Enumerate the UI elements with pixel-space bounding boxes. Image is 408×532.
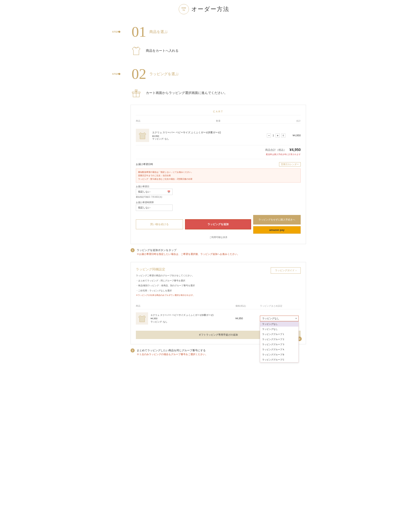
step-02-label: STEP	[112, 73, 119, 75]
delivery-date-label: お届け希望日	[136, 185, 301, 188]
delivery-label: お届け希望日時	[136, 163, 153, 166]
cart-header-total: 合計	[296, 119, 301, 123]
wrapping-item-price: ¥4,950	[235, 317, 260, 320]
wrapping-item-row: エクリュ スリーパー ベビーサイズ ふくふくガーゼ(6重ガーゼ) ¥4,950 …	[136, 309, 301, 328]
dropdown-opt-4[interactable]: ラッピンググループ３	[260, 342, 298, 347]
delivery-notice: 最短配送希望の場合は「指定しない」にてお進みください。 翌業日正午までのご注文：…	[136, 169, 301, 183]
gift-icon	[131, 87, 142, 99]
wrapping-select[interactable]: ラッピングなし ラッピングなし ラッピンググループ１ ラッピンググループ２ ラッ…	[260, 316, 299, 321]
step-02-section: STEP 02 ラッピングを選ぶ カート画面からラッピング選択画面に進んでくださ…	[102, 67, 306, 356]
step-01-label: STEP	[112, 31, 119, 33]
cart-item-price: ¥4,950	[152, 135, 264, 137]
dropdown-opt-1[interactable]: ラッピングなし	[260, 327, 298, 332]
step-02-dot	[118, 73, 120, 75]
step-02-header: STEP 02 ラッピングを選ぶ	[102, 67, 306, 81]
cart-subtotal-value: ¥4,950	[289, 148, 301, 152]
checkout-button[interactable]: ラッピングをせずに購入手続きへ	[253, 215, 301, 225]
calendar-link[interactable]: 営業日カレンダー	[279, 162, 301, 166]
dropdown-opt-3[interactable]: ラッピンググループ２	[260, 337, 298, 342]
wrapping-desc2-1: ・単品/個別ラッピング：各商品、別のグループ番号を選択	[136, 284, 195, 288]
delivery-date-value: 指定しない	[138, 190, 150, 194]
cart-subtotal-label: 商品合計（税込）	[265, 148, 286, 152]
wrapping-guide-arrow: ›	[296, 269, 297, 272]
wrapping-mockup: ラッピング同梱設定 ラッピングご希望の商品のグループ分けをしてください。 ・まと…	[131, 262, 306, 344]
cart-header-quantity: 数量	[216, 119, 221, 123]
wrapping-th-price: 価格(税込)	[235, 304, 260, 307]
add-wrapping-button[interactable]: ラッピングを追加	[185, 219, 251, 229]
delivery-notice-line1: 最短配送希望の場合は「指定しない」にてお進みください。	[138, 170, 298, 174]
annotation-1: 1 ラッピングを追加ボタンをタップ ※お届け希望日時を指定したい場合は、ご希望を…	[131, 248, 306, 256]
dropdown-opt-5[interactable]: ラッピンググループＡ	[260, 347, 298, 352]
dropdown-opt-7[interactable]: ラッピンググループＣ	[260, 357, 298, 362]
cart-item-row: エクリュ スリーパー ベビーサイズ ふくふくガーゼ(6重ガーゼ) ¥4,950 …	[136, 126, 301, 145]
step-01-icon-row: 商品をカートへ入れる	[131, 45, 306, 57]
delivery-date-earliest: 最短指定可能日: 7月16日(火)	[136, 196, 301, 198]
cart-item-image	[136, 129, 149, 142]
wrapping-title: ラッピング同梱設定	[136, 267, 195, 272]
payment-note: ご利用可能な決済	[136, 236, 301, 239]
delivery-time-label: お届け希望時間帯	[136, 201, 301, 204]
wrapping-dropdown-open: ラッピングなし ラッピングなし ラッピンググループ１ ラッピンググループ２ ラッ…	[260, 321, 299, 362]
amazon-pay-label: amazon pay	[269, 229, 284, 231]
qty-delete-button[interactable]: 🗑	[281, 133, 285, 138]
dropdown-opt-2[interactable]: ラッピンググループ１	[260, 332, 298, 337]
annotation-badge-1: 1	[131, 248, 135, 252]
cart-qty-controls: − 1 + 🗑	[267, 133, 285, 138]
continue-shopping-button[interactable]: 買い物を続ける	[136, 220, 183, 229]
wrapping-item-name: エクリュ スリーパー ベビーサイズ ふくふくガーゼ(6重ガーゼ)	[151, 313, 213, 317]
delivery-title-row: お届け希望日時 営業日カレンダー	[136, 162, 301, 166]
dropdown-opt-0[interactable]: ラッピングなし	[260, 321, 298, 327]
annotation-content-2: まとめてラッピングしたい商品を同じグループ番号にする ※１点のみラッピングの場合…	[137, 348, 208, 356]
delivery-notice-line2: 翌業日正午までのご注文：当日出荷	[138, 174, 298, 177]
delivery-time-input[interactable]: 指定しない	[136, 205, 173, 211]
qty-minus-button[interactable]: −	[267, 133, 271, 138]
wrapping-guide-label: ラッピングガイド	[275, 269, 295, 272]
cart-item-name: エクリュ スリーパー ベビーサイズ ふくふくガーゼ(6重ガーゼ)	[152, 131, 264, 134]
delivery-date-input[interactable]: 指定しない 📅	[136, 189, 173, 195]
dropdown-opt-6[interactable]: ラッピンググループＢ	[260, 352, 298, 357]
amazon-pay-button[interactable]: amazon pay	[253, 226, 301, 234]
step-01-content: 商品をカートへ入れる	[102, 45, 306, 57]
wrapping-item-details: エクリュ スリーパー ベビーサイズ ふくふくガーゼ(6重ガーゼ) ¥4,950 …	[151, 313, 213, 324]
step-01-section: STEP 01 商品を選ぶ 商品をカートへ入れる	[102, 25, 306, 57]
wrapping-right: ラッピングガイド ›	[271, 267, 301, 274]
page-header: HOW TO オーダー方法	[102, 4, 306, 14]
cart-subtotal-row: 商品合計（税込） ¥4,950	[136, 145, 301, 153]
annotation-sub-1: ※お届け希望日時を指定したい場合は、ご希望を選択後、ラッピング追加へお進みくださ…	[137, 253, 239, 256]
qty-plus-button[interactable]: +	[276, 133, 280, 138]
delivery-time-value: 指定しない	[138, 206, 150, 209]
delivery-time-group: お届け希望時間帯 指定しない	[136, 201, 301, 211]
wrapping-th-product: 商品	[136, 304, 235, 307]
step-02-title: ラッピングを選ぶ	[149, 72, 179, 76]
step-01-title: 商品を選ぶ	[149, 29, 168, 34]
wrapping-desc-red: ※ラッピングが出来る商品のみプルダウン選択が表示されます。	[136, 294, 195, 297]
page-title: オーダー方法	[191, 5, 230, 13]
annotation-sub-2: ※１点のみラッピングの場合もグループ番号をご選択ください。	[137, 353, 208, 356]
cart-mockup: CART 商品 数量 合計 エクリュ スリーパー ベビーサイズ ふくふくガーゼ(…	[131, 105, 306, 244]
cart-item-quantity: 1	[272, 134, 274, 137]
annotation-content-1: ラッピングを追加ボタンをタップ ※お届け希望日時を指定したい場合は、ご希望を選択…	[137, 248, 239, 256]
cart-title: CART	[136, 110, 301, 115]
annotation-item-1: 1 ラッピングを追加ボタンをタップ ※お届け希望日時を指定したい場合は、ご希望を…	[131, 248, 306, 256]
wrapping-left: ラッピング同梱設定 ラッピングご希望の商品のグループ分けをしてください。 ・まと…	[136, 267, 195, 300]
step-01-description: 商品をカートへ入れる	[146, 49, 178, 53]
cart-header-row: 商品 数量 合計	[136, 118, 301, 124]
step-01-dot	[118, 31, 120, 33]
wrapping-table-header: 商品 価格(税込) ラッピングまとめ設定	[136, 303, 301, 309]
wrapping-select-container[interactable]: ラッピングなし ラッピングなし ラッピンググループ１ ラッピンググループ２ ラッ…	[260, 316, 301, 321]
wrapping-item-info: エクリュ スリーパー ベビーサイズ ふくふくガーゼ(6重ガーゼ) ¥4,950 …	[136, 312, 235, 325]
step-02-description: カート画面からラッピング選択画面に進んでください。	[146, 91, 228, 95]
shirt-icon	[131, 45, 142, 57]
wrapping-desc2-2: ・ご自宅用：ラッピングなしを選択	[136, 289, 195, 293]
step-02-content: カート画面からラッピング選択画面に進んでください。 CART 商品 数量 合計 …	[102, 87, 306, 356]
wrapping-item-wrapping: ラッピング: なし	[151, 320, 213, 324]
wrapping-th-setting: ラッピングまとめ設定	[260, 304, 301, 307]
annotation-text-1: ラッピングを追加ボタンをタップ	[137, 248, 239, 253]
wrapping-dropdown-wrapper[interactable]: ラッピングなし ラッピングなし ラッピンググループ１ ラッピンググループ２ ラッ…	[260, 316, 299, 321]
annotation-badge-2: 2	[131, 348, 135, 352]
wrapping-desc2-0: ・まとめてラッピング：同じグループ番号を選択	[136, 279, 195, 283]
cart-shipping-note: 配送料は購入手続き時に計算されます	[136, 153, 301, 156]
step-02-icon-row: カート画面からラッピング選択画面に進んでください。	[131, 87, 306, 99]
wrapping-guide-button[interactable]: ラッピングガイド ›	[271, 267, 301, 274]
how-to-badge: HOW TO	[179, 4, 189, 14]
